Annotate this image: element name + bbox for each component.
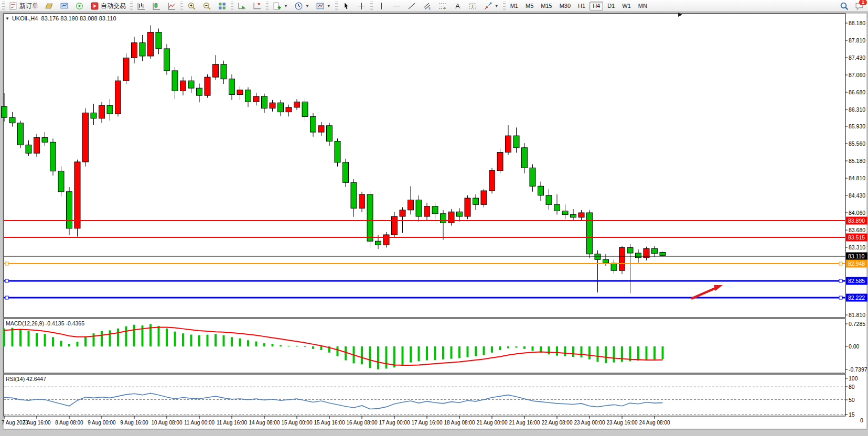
chart-menu-icon[interactable]: ▼ bbox=[5, 16, 9, 21]
search-icon[interactable] bbox=[837, 2, 851, 10]
chart-shift-icon[interactable] bbox=[250, 2, 264, 10]
mt4-application-window: 新订单自动交易▼▼▼EFAT▼M1M5M15M30H1H4D1W1MN1 88.… bbox=[0, 0, 868, 436]
period-selector-icon-glyph bbox=[294, 2, 303, 10]
vertical-line-icon-glyph bbox=[377, 2, 386, 10]
zoom-in-icon[interactable] bbox=[185, 2, 199, 10]
timeframe-h4-button[interactable]: H4 bbox=[590, 2, 603, 10]
dropdown-caret-icon[interactable]: ▼ bbox=[284, 4, 288, 8]
horizontal-line-icon-glyph bbox=[392, 2, 401, 10]
chart-title[interactable]: ▼UKOil-,H4 83.176 83.190 83.088 83.110 bbox=[5, 15, 116, 21]
time-tick-label: 11 Aug 00:00 bbox=[184, 420, 215, 426]
svg-text:83.890: 83.890 bbox=[848, 217, 865, 224]
price-marker-82585: 82.585 bbox=[846, 277, 867, 285]
label-icon-glyph: T bbox=[468, 2, 477, 10]
price-tick-label: 87.060 bbox=[849, 72, 865, 78]
tile-windows-icon[interactable] bbox=[215, 2, 229, 10]
toolbar-group-2 bbox=[184, 2, 230, 10]
autotrading-button[interactable]: 自动交易 bbox=[88, 2, 128, 10]
main-price-panel bbox=[4, 14, 845, 318]
price-tick-label: 83.310 bbox=[849, 244, 865, 250]
alerts-icon[interactable] bbox=[72, 2, 87, 10]
time-tick-label: 14 Aug 08:00 bbox=[249, 420, 280, 426]
price-tick-label: 84.430 bbox=[849, 192, 865, 199]
bar-chart-icon[interactable] bbox=[134, 2, 148, 10]
line-handle[interactable] bbox=[839, 279, 842, 282]
time-tick-label: 24 Aug 08:00 bbox=[639, 420, 670, 426]
timeframe-d1-button[interactable]: D1 bbox=[604, 2, 618, 10]
cursor-icon[interactable] bbox=[339, 2, 353, 10]
templates-icon[interactable]: ▼ bbox=[313, 2, 334, 10]
macd-tick-label: 0.00 bbox=[849, 343, 860, 350]
timeframe-w1-button[interactable]: W1 bbox=[619, 2, 634, 10]
timeframe-h1-button[interactable]: H1 bbox=[575, 2, 588, 10]
auto-scroll-icon[interactable] bbox=[235, 2, 249, 10]
toolbar-right-group: 1 bbox=[837, 2, 867, 10]
svg-text:T: T bbox=[471, 4, 474, 9]
autotrading-button-glyph bbox=[90, 2, 99, 10]
new-order-button-glyph bbox=[9, 2, 18, 10]
line-handle[interactable] bbox=[839, 262, 842, 265]
fibonacci-icon[interactable]: F bbox=[435, 2, 449, 10]
time-tick-label: 17 Aug 00:00 bbox=[379, 420, 410, 426]
timeframe-m5-button[interactable]: M5 bbox=[522, 2, 537, 10]
line-handle[interactable] bbox=[839, 296, 842, 299]
zoom-out-icon[interactable] bbox=[200, 2, 214, 10]
timeframe-mn-button[interactable]: MN bbox=[635, 2, 650, 10]
candlestick-chart-icon-glyph bbox=[152, 2, 161, 10]
toolbar-grip bbox=[503, 2, 506, 10]
dropdown-caret-icon[interactable]: ▼ bbox=[305, 4, 309, 8]
dropdown-caret-icon[interactable]: ▼ bbox=[495, 4, 499, 8]
toolbar-group-4: ▼▼▼ bbox=[270, 2, 334, 10]
add-indicator-icon[interactable]: ▼ bbox=[270, 2, 291, 10]
trendline-icon[interactable] bbox=[405, 2, 419, 10]
auto-scroll-icon-glyph bbox=[238, 2, 247, 10]
channel-icon[interactable]: E bbox=[420, 2, 434, 10]
notifications-icon[interactable]: 1 bbox=[852, 2, 866, 10]
rsi-indicator-label: RSI(14) 42.6447 bbox=[6, 376, 46, 382]
timeframe-m15-button[interactable]: M15 bbox=[538, 2, 555, 10]
svg-text:82.222: 82.222 bbox=[848, 295, 865, 301]
timeframe-m30-button[interactable]: M30 bbox=[556, 2, 574, 10]
period-selector-icon[interactable]: ▼ bbox=[292, 2, 312, 10]
price-marker-83890: 83.890 bbox=[846, 217, 867, 225]
time-tick-label: 9 Aug 00:00 bbox=[88, 420, 116, 426]
new-order-button[interactable]: 新订单 bbox=[6, 2, 41, 10]
macd-tick-label: 0.7285 bbox=[849, 321, 865, 327]
toolbar-group-7: M1M5M15M30H1H4D1W1MN bbox=[507, 2, 651, 10]
timeframe-m1-button[interactable]: M1 bbox=[507, 2, 521, 10]
rsi-tick-label: 15 bbox=[849, 411, 855, 418]
price-marker-82222: 82.222 bbox=[846, 294, 867, 302]
arrows-icon[interactable]: ▼ bbox=[481, 2, 501, 10]
line-handle[interactable] bbox=[5, 262, 8, 265]
macd-tick-label: -0.7397 bbox=[849, 366, 867, 373]
svg-text:83.515: 83.515 bbox=[848, 234, 865, 241]
time-tick-label: 18 Aug 08:00 bbox=[444, 420, 475, 426]
svg-text:82.585: 82.585 bbox=[848, 278, 865, 284]
bar-chart-icon-glyph bbox=[137, 2, 146, 10]
price-tick-label: 87.430 bbox=[849, 54, 865, 61]
line-handle[interactable] bbox=[5, 296, 8, 299]
time-tick-label: 16 Aug 08:00 bbox=[347, 420, 378, 426]
vertical-line-icon[interactable] bbox=[374, 2, 389, 10]
label-icon[interactable]: T bbox=[466, 2, 480, 10]
time-tick-label: 23 Aug 16:00 bbox=[607, 420, 638, 426]
candlestick-chart-icon[interactable] bbox=[149, 2, 164, 10]
profiles-icon-glyph bbox=[60, 2, 69, 10]
charts-icon[interactable] bbox=[42, 2, 56, 10]
rsi-panel bbox=[4, 374, 845, 416]
line-handle[interactable] bbox=[5, 279, 8, 282]
time-tick-label: 10 Aug 08:00 bbox=[152, 420, 183, 426]
rsi-tick-label: 100 bbox=[849, 375, 858, 382]
crosshair-icon-glyph bbox=[357, 2, 366, 10]
crosshair-icon[interactable] bbox=[355, 2, 369, 10]
horizontal-line-icon[interactable] bbox=[390, 2, 404, 10]
profiles-icon[interactable] bbox=[57, 2, 71, 10]
price-tick-label: 81.810 bbox=[849, 312, 865, 318]
dropdown-caret-icon[interactable]: ▼ bbox=[327, 4, 331, 8]
toolbar-group-0: 新订单自动交易 bbox=[6, 2, 129, 10]
time-tick-label: 21 Aug 16:00 bbox=[509, 420, 540, 426]
notifications-icon-glyph: 1 bbox=[855, 2, 864, 10]
line-chart-icon[interactable] bbox=[165, 2, 179, 10]
text-icon[interactable]: A bbox=[451, 2, 465, 10]
svg-text:A: A bbox=[455, 2, 460, 10]
